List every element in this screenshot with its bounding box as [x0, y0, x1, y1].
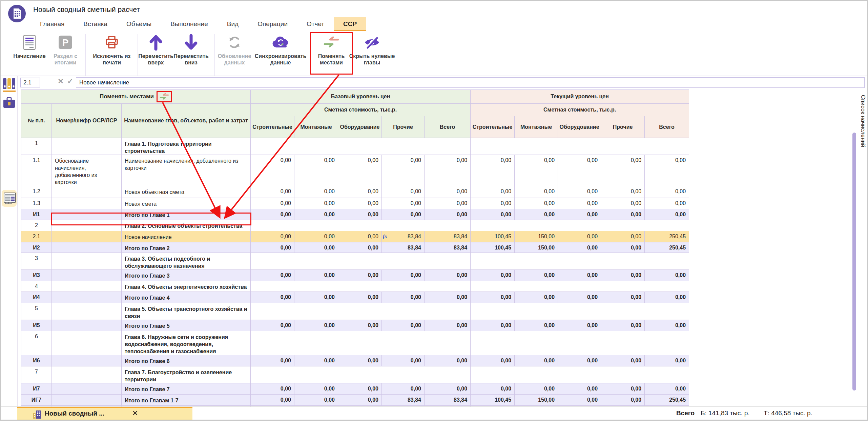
cell-current-3[interactable]: 0,00	[601, 155, 645, 186]
cell-current-4[interactable]: 0,00	[645, 186, 689, 198]
cell-current-3[interactable]: 0,00	[601, 231, 645, 242]
cell-code[interactable]	[52, 198, 122, 209]
cell-current-0[interactable]: 100,45	[471, 395, 515, 406]
cell-current-0[interactable]: 100,45	[471, 242, 515, 253]
cell-name[interactable]: Новая смета	[122, 198, 251, 209]
cell-code[interactable]	[52, 253, 122, 270]
cell-base-3[interactable]: 0,00	[382, 198, 425, 209]
cell-current-3[interactable]: 0,00	[601, 209, 645, 220]
cell-base-2[interactable]: 0,00	[338, 270, 382, 281]
vertical-scrollbar-thumb[interactable]	[852, 133, 856, 390]
cell-base-4[interactable]: 0,00	[425, 270, 471, 281]
section-with-totals-button[interactable]: P Раздел с итогами	[46, 33, 84, 68]
tab-glavnaya[interactable]: Главная	[30, 17, 74, 31]
cell-current-2[interactable]: 0,00	[558, 209, 601, 220]
cell-current-merged[interactable]	[471, 220, 689, 231]
cell-current-1[interactable]: 150,00	[515, 395, 558, 406]
cell-base-2[interactable]: 0,00	[338, 209, 382, 220]
cell-base-0[interactable]: 0,00	[251, 270, 294, 281]
cell-base-4[interactable]: 0,00	[425, 155, 471, 186]
cell-current-0[interactable]: 0,00	[471, 186, 515, 198]
cell-base-4[interactable]: 83,84	[425, 395, 471, 406]
cell-current-4[interactable]: 0,00	[645, 270, 689, 281]
cell-base-3[interactable]: 0,00	[382, 383, 425, 395]
cell-base-0[interactable]: 0,00	[251, 198, 294, 209]
tab-vypolnenie[interactable]: Выполнение	[161, 17, 218, 31]
accrual-list-panel-tab[interactable]: Список начислений	[857, 90, 868, 152]
cell-current-merged[interactable]	[471, 138, 689, 155]
cell-code[interactable]	[52, 270, 122, 281]
cell-current-1[interactable]: 0,00	[515, 292, 558, 303]
cell-name[interactable]: Наименование начисления, добавленного из…	[122, 155, 251, 186]
cell-name[interactable]: Итого по Главе 4	[122, 292, 251, 303]
cell-base-2[interactable]: 0,00	[338, 231, 382, 242]
cell-base-0[interactable]: 0,00	[251, 209, 294, 220]
cell-current-1[interactable]: 0,00	[515, 320, 558, 331]
cell-current-merged[interactable]	[471, 366, 689, 383]
cell-current-1[interactable]: 150,00	[515, 231, 558, 242]
cell-npp[interactable]: И3	[21, 270, 52, 281]
cell-name[interactable]: Итого по Главе 5	[122, 320, 251, 331]
cell-current-2[interactable]: 0,00	[558, 270, 601, 281]
cell-current-3[interactable]: 0,00	[601, 355, 645, 366]
cell-base-0[interactable]: 0,00	[251, 292, 294, 303]
cell-base-1[interactable]: 0,00	[294, 292, 338, 303]
cell-code[interactable]	[52, 281, 122, 292]
cell-current-2[interactable]: 0,00	[558, 395, 601, 406]
hide-zero-chapters-button[interactable]: Скрыть нулевые главы	[346, 33, 398, 68]
cell-current-3[interactable]: 0,00	[601, 242, 645, 253]
cell-current-2[interactable]: 0,00	[558, 383, 601, 395]
cell-current-3[interactable]: 0,00	[601, 320, 645, 331]
cell-npp[interactable]: 2.1	[21, 231, 52, 242]
cell-npp[interactable]: И4	[21, 292, 52, 303]
cell-base-0[interactable]: 0,00	[251, 355, 294, 366]
cell-name[interactable]: Итого по Главе 3	[122, 270, 251, 281]
cell-current-2[interactable]: 0,00	[558, 231, 601, 242]
cell-base-0[interactable]: 0,00	[251, 155, 294, 186]
cell-current-3[interactable]: 0,00	[601, 270, 645, 281]
cell-name[interactable]: Глава 6. Наружные сети и сооружения водо…	[122, 331, 251, 355]
cell-current-1[interactable]: 150,00	[515, 242, 558, 253]
cell-code[interactable]	[52, 231, 122, 242]
cell-base-1[interactable]: 0,00	[294, 270, 338, 281]
document-tab[interactable]: Новый сводный ... ✕	[17, 407, 192, 420]
cell-name[interactable]: Итого по Главам 1-7	[122, 395, 251, 406]
cell-name[interactable]: Итого по Главе 1	[122, 209, 251, 220]
cell-name[interactable]: Глава 4. Объекты энергетического хозяйст…	[122, 281, 251, 292]
cell-npp[interactable]: 7	[21, 366, 52, 383]
sync-data-button[interactable]: Синхронизировать данные	[255, 33, 306, 68]
cell-base-3[interactable]: 0,00	[382, 155, 425, 186]
cell-current-1[interactable]: 0,00	[515, 186, 558, 198]
cell-base-2[interactable]: 0,00	[338, 242, 382, 253]
cell-current-2[interactable]: 0,00	[558, 186, 601, 198]
cell-current-4[interactable]: 0,00	[645, 155, 689, 186]
cell-code[interactable]	[52, 320, 122, 331]
cell-code[interactable]	[52, 303, 122, 320]
cell-code[interactable]	[52, 220, 122, 231]
cell-npp[interactable]: 6	[21, 331, 52, 355]
cell-npp[interactable]: И2	[21, 242, 52, 253]
cell-base-1[interactable]: 0,00	[294, 155, 338, 186]
cell-current-4[interactable]: 250,45	[645, 231, 689, 242]
cell-current-2[interactable]: 0,00	[558, 320, 601, 331]
close-icon[interactable]: ✕	[132, 409, 138, 417]
cell-base-4[interactable]: 0,00	[425, 209, 471, 220]
refresh-data-button[interactable]: Обновление данных	[215, 33, 253, 68]
cell-base-1[interactable]: 0,00	[294, 242, 338, 253]
cell-code[interactable]	[52, 186, 122, 198]
cell-current-0[interactable]: 0,00	[471, 209, 515, 220]
cell-npp[interactable]: 3	[21, 253, 52, 270]
cell-base-merged[interactable]	[251, 281, 471, 292]
binders-icon[interactable]	[3, 78, 16, 93]
cell-current-2[interactable]: 0,00	[558, 292, 601, 303]
cell-current-2[interactable]: 0,00	[558, 242, 601, 253]
exclude-from-print-button[interactable]: Исключить из печати	[88, 33, 136, 68]
move-down-button[interactable]: Переместить вниз	[173, 33, 209, 68]
cell-npp[interactable]: 1.2	[21, 186, 52, 198]
confirm-icon[interactable]: ✓	[65, 77, 75, 85]
cell-name[interactable]: Новое начисление	[122, 231, 251, 242]
cell-name[interactable]: Глава 5. Объекты транспортного хозяйства…	[122, 303, 251, 320]
cell-current-3[interactable]: 0,00	[601, 395, 645, 406]
cell-current-4[interactable]: 0,00	[645, 209, 689, 220]
cell-current-0[interactable]: 0,00	[471, 355, 515, 366]
